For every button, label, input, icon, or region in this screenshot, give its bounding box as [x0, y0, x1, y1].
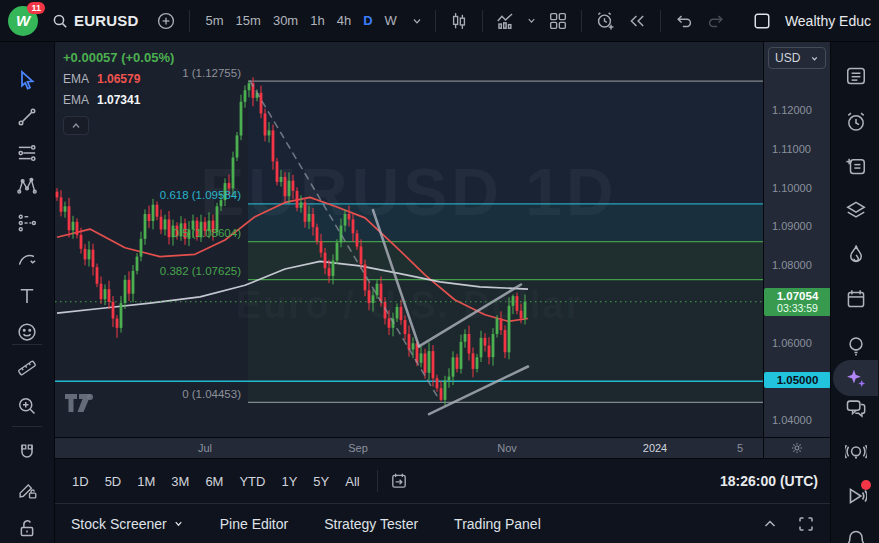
notifications-button[interactable] — [842, 526, 869, 543]
axis-settings[interactable] — [763, 437, 830, 458]
measure-tool[interactable] — [13, 354, 41, 382]
symbol-name: EURUSD — [74, 12, 139, 29]
range-5y[interactable]: 5Y — [306, 470, 336, 493]
time-axis[interactable]: JulSepNov20245 — [55, 437, 763, 458]
hotlists-button[interactable] — [842, 240, 869, 267]
range-toolbar: 1D5D1M3M6MYTD1Y5YAll 18:26:00 (UTC) — [55, 458, 830, 503]
emoji-icon — [17, 322, 37, 342]
tab-stock-screener[interactable]: Stock Screener — [71, 516, 184, 532]
time-tick-nov: Nov — [497, 442, 517, 454]
pattern-tool[interactable] — [13, 172, 41, 200]
time-tick-2024: 2024 — [643, 442, 667, 454]
ideas-button[interactable] — [842, 332, 869, 359]
chart-pane[interactable]: EURUSD 1D Euro / U.S. Dollar 1 (1.12755)… — [55, 42, 763, 437]
ema-label: EMA — [63, 72, 89, 86]
chart-legend: +0.00057 (+0.05%) EMA1.06579 EMA1.07341 — [63, 50, 174, 135]
ema-slow-row[interactable]: EMA1.07341 — [63, 93, 174, 107]
calendar-goto-icon — [390, 472, 408, 490]
timeframe-D[interactable]: D — [357, 9, 378, 32]
alerts-button[interactable] — [842, 108, 869, 135]
tradingview-logo[interactable] — [65, 394, 99, 413]
ai-assistant-button[interactable] — [842, 364, 869, 391]
drawing-toolbar — [0, 42, 55, 543]
add-symbol-button[interactable] — [153, 7, 179, 35]
tab-trading-panel[interactable]: Trading Panel — [454, 516, 541, 532]
fullscreen-button[interactable] — [798, 516, 814, 532]
svg-text:0.382 (1.07625): 0.382 (1.07625) — [160, 265, 241, 277]
svg-text:0 (1.04453): 0 (1.04453) — [182, 388, 241, 400]
range-6m[interactable]: 6M — [198, 470, 230, 493]
journal-button[interactable] — [842, 152, 869, 179]
undo-button[interactable] — [671, 7, 697, 35]
rail-divider — [12, 344, 42, 345]
streams-button[interactable] — [842, 438, 869, 465]
timeframe-5m[interactable]: 5m — [200, 9, 230, 32]
price-axis[interactable]: USD 1.120001.110001.100001.090001.080001… — [763, 42, 830, 437]
video-button[interactable] — [842, 482, 869, 509]
symbol-search[interactable]: EURUSD — [44, 8, 147, 33]
svg-text:1 (1.12755): 1 (1.12755) — [182, 67, 241, 79]
save-layout-button[interactable] — [749, 7, 775, 35]
chevron-up-icon — [762, 516, 778, 532]
session-clock[interactable]: 18:26:00 (UTC) — [720, 473, 820, 489]
ema-slow-value: 1.07341 — [97, 93, 140, 107]
indicators-menu-button[interactable] — [525, 7, 539, 35]
ema-fast-row[interactable]: EMA1.06579 — [63, 72, 174, 86]
layout-grid-button[interactable] — [545, 7, 571, 35]
drawing-mode-lock[interactable] — [13, 476, 41, 504]
forecast-tool[interactable] — [13, 209, 41, 237]
video-notification-dot — [861, 480, 871, 490]
indicators-button[interactable] — [493, 7, 519, 35]
trendline-tool[interactable] — [13, 103, 41, 131]
tab-pine-editor[interactable]: Pine Editor — [220, 516, 288, 532]
chat-button[interactable] — [842, 394, 869, 421]
fib-retracement-tool[interactable] — [13, 139, 41, 167]
zoom-in-icon — [17, 396, 37, 416]
streams-bulb-icon — [845, 441, 867, 463]
app-logo[interactable]: W 11 — [8, 6, 38, 36]
right-sidebar — [830, 42, 879, 543]
lock-all-drawings[interactable] — [13, 514, 41, 542]
range-ytd[interactable]: YTD — [232, 470, 272, 493]
range-all[interactable]: All — [338, 470, 366, 493]
calendar-button[interactable] — [842, 285, 869, 312]
expand-panel-button[interactable] — [762, 516, 778, 532]
cursor-tool[interactable] — [13, 66, 41, 94]
object-tree-button[interactable] — [842, 196, 869, 223]
emoji-tool[interactable] — [13, 318, 41, 346]
timeframe-menu-button[interactable] — [409, 7, 425, 35]
price-tick: 1.12000 — [772, 104, 812, 116]
hotlist-flame-icon — [845, 243, 867, 265]
zoom-in-tool[interactable] — [13, 392, 41, 420]
text-tool[interactable] — [13, 282, 41, 310]
timeframe-W[interactable]: W — [379, 9, 403, 32]
currency-selector[interactable]: USD — [768, 47, 826, 69]
timeframe-30m[interactable]: 30m — [267, 9, 304, 32]
chart-style-button[interactable] — [446, 7, 472, 35]
watchlist-icon — [845, 65, 867, 87]
account-name[interactable]: Wealthy Educ — [785, 13, 871, 29]
range-5d[interactable]: 5D — [98, 470, 129, 493]
bar-replay-button[interactable] — [624, 7, 650, 35]
panel-tabs: Stock ScreenerPine EditorStrategy Tester… — [71, 516, 541, 532]
range-1m[interactable]: 1M — [130, 470, 162, 493]
range-3m[interactable]: 3M — [164, 470, 196, 493]
range-1d[interactable]: 1D — [65, 470, 96, 493]
go-to-date-button[interactable] — [386, 467, 412, 495]
timeframe-15m[interactable]: 15m — [230, 9, 267, 32]
timeframe-1h[interactable]: 1h — [304, 9, 330, 32]
rail-divider — [12, 426, 42, 427]
lock-open-icon — [17, 518, 37, 538]
brush-tool[interactable] — [13, 245, 41, 273]
timeframe-4h[interactable]: 4h — [331, 9, 357, 32]
magnet-mode[interactable] — [13, 438, 41, 466]
watchlist-button[interactable] — [842, 62, 869, 89]
price-tick: 1.11000 — [772, 143, 811, 155]
redo-button[interactable] — [703, 7, 729, 35]
tradingview-app: W 11 EURUSD 5m15m30m1h4hDW — [0, 0, 879, 543]
tab-strategy-tester[interactable]: Strategy Tester — [324, 516, 418, 532]
range-1y[interactable]: 1Y — [274, 470, 304, 493]
ruler-icon — [17, 358, 37, 378]
create-alert-button[interactable] — [592, 7, 618, 35]
legend-collapse-button[interactable] — [63, 116, 89, 135]
